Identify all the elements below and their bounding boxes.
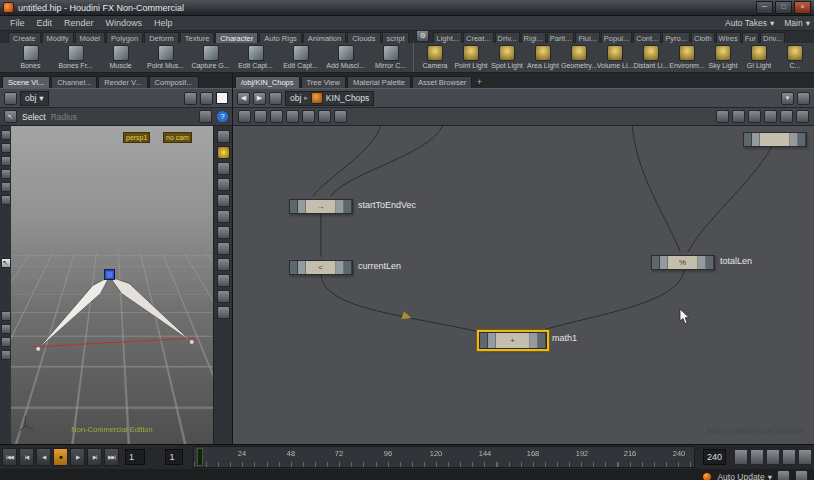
shelf-tab[interactable]: Wires <box>716 32 741 43</box>
menu-item[interactable]: Help <box>148 18 179 28</box>
normals-display-icon[interactable] <box>217 210 230 223</box>
shelf-tool[interactable]: Mirror C... <box>368 43 413 72</box>
playbar-settings-icon[interactable] <box>798 449 812 465</box>
shelf-tool[interactable]: Geometry... <box>561 43 597 72</box>
pin-pane-icon[interactable] <box>797 92 810 105</box>
auto-takes-selector[interactable]: Auto Takes ▾ <box>725 18 774 28</box>
shelf-tool[interactable]: Capture G... <box>188 43 233 72</box>
search-icon[interactable] <box>780 110 793 123</box>
pane-tab[interactable]: Scene Vi... <box>2 76 50 88</box>
shelf-tab[interactable]: Light... <box>433 32 462 43</box>
network-path-tab[interactable]: /obj/KIN_Chops <box>235 76 300 88</box>
scale-tool-icon[interactable] <box>1 169 11 179</box>
chevron-down-icon[interactable]: ▾ <box>781 92 794 105</box>
lighting-toggle-icon[interactable] <box>217 146 230 159</box>
auto-update-selector[interactable]: Auto Update ▾ <box>717 472 772 480</box>
camera-name-badge[interactable]: persp1 <box>123 132 150 143</box>
gizmo-display-icon[interactable] <box>217 274 230 287</box>
frame-display-field[interactable]: 1 <box>165 449 183 465</box>
close-button[interactable]: × <box>794 1 811 14</box>
shelf-tab[interactable]: Pyro... <box>662 32 690 43</box>
shelf-tool[interactable]: Edit Capt... <box>233 43 278 72</box>
layout-nodes-icon[interactable] <box>716 110 729 123</box>
minimize-button[interactable]: ─ <box>756 1 773 14</box>
pane-tab[interactable]: Render V... <box>98 76 147 88</box>
shelf-tool[interactable]: Muscle <box>98 43 143 72</box>
breadcrumb-node[interactable]: KIN_Chops <box>326 93 369 103</box>
shelf-tool[interactable]: Add Muscl... <box>323 43 368 72</box>
transport-button[interactable]: |◀ <box>19 448 34 466</box>
shelf-tab[interactable]: Modify <box>42 32 74 43</box>
handles-tool-icon[interactable] <box>1 195 11 205</box>
shelf-tab[interactable]: script <box>382 32 410 43</box>
shelf-tab[interactable]: Rigi... <box>521 32 546 43</box>
network-boxes-icon[interactable] <box>748 110 761 123</box>
cache-manager-icon[interactable] <box>777 470 790 480</box>
shelf-tab[interactable]: Flui... <box>575 32 599 43</box>
shelf-tab[interactable]: Create <box>8 32 41 43</box>
node-partial[interactable] <box>743 132 807 145</box>
shelf-tab[interactable]: Texture <box>180 32 215 43</box>
snap-options-icon[interactable] <box>1 311 11 321</box>
network-grid-icon[interactable] <box>286 110 299 123</box>
shelf-tab[interactable]: Creat... <box>463 32 494 43</box>
character-icon[interactable] <box>184 92 197 105</box>
pane-tab[interactable]: Composit... <box>149 76 199 88</box>
select-arrow-icon[interactable]: ↖ <box>4 110 17 123</box>
rotate-tool-icon[interactable] <box>1 156 11 166</box>
shelf-tab[interactable]: Polygon <box>106 32 143 43</box>
pane-tab[interactable]: Channel... <box>51 76 97 88</box>
view-layout-icon[interactable] <box>217 130 230 143</box>
view-tool-icon[interactable] <box>1 130 11 140</box>
display-options-icon[interactable] <box>1 337 11 347</box>
network-overview-icon[interactable] <box>318 110 331 123</box>
playhead[interactable] <box>197 448 203 466</box>
shelf-tool[interactable]: Distant Li... <box>633 43 669 72</box>
shelf-tool[interactable]: Point Mus... <box>143 43 188 72</box>
color-swatch[interactable] <box>216 92 228 104</box>
group-display-icon[interactable] <box>217 226 230 239</box>
timeline-ruler[interactable]: 24487296120144168192216240 <box>193 446 695 468</box>
network-snap-icon[interactable] <box>302 110 315 123</box>
realtime-toggle-icon[interactable] <box>782 449 796 465</box>
network-list-icon[interactable] <box>334 110 347 123</box>
transport-button[interactable]: |◀◀ <box>2 448 17 466</box>
end-frame-field[interactable]: 240 <box>703 449 726 465</box>
node-totalLen[interactable]: % totalLen <box>651 255 715 268</box>
shelf-tool[interactable]: Sky Light <box>705 43 741 72</box>
shelf-tool[interactable]: GI Light <box>741 43 777 72</box>
menu-item[interactable]: Windows <box>100 18 149 28</box>
forward-icon[interactable]: ▶ <box>253 92 266 105</box>
shelf-tool[interactable]: Bones Fr... <box>53 43 98 72</box>
shelf-tab[interactable]: Cont... <box>633 32 661 43</box>
shelf-tool[interactable]: Volume Li... <box>597 43 633 72</box>
playback-mode-icon[interactable] <box>766 449 780 465</box>
transport-button[interactable]: ◀ <box>36 448 51 466</box>
no-cam-badge[interactable]: no cam <box>163 132 192 143</box>
animation-options-icon[interactable] <box>750 449 764 465</box>
zoom-icon[interactable] <box>796 110 809 123</box>
shelf-tab[interactable]: Driv... <box>495 32 520 43</box>
camera-options-icon[interactable] <box>1 350 11 360</box>
scene-viewport[interactable]: persp1 no cam Non-Commercial Edition <box>11 126 213 444</box>
menu-item[interactable]: Render <box>58 18 100 28</box>
wireframe-toggle-icon[interactable] <box>217 178 230 191</box>
node-shape-icon[interactable] <box>254 110 267 123</box>
bookmark-icon[interactable] <box>269 92 282 105</box>
pane-tab[interactable]: Material Palette <box>347 76 411 88</box>
transport-button[interactable]: ▶| <box>87 448 102 466</box>
shelf-tab[interactable]: Fur <box>742 32 759 43</box>
network-canvas[interactable]: → startToEndVec < <box>233 126 814 444</box>
transport-button[interactable]: ■ <box>53 448 68 466</box>
add-pane-tab-button[interactable]: + <box>473 76 485 88</box>
select-tool-icon[interactable]: ↖ <box>1 258 11 268</box>
shelf-tab[interactable]: Deform <box>144 32 179 43</box>
maximize-button[interactable]: □ <box>775 1 792 14</box>
shelf-tab[interactable]: Character <box>215 32 258 43</box>
shelf-tab[interactable]: Model <box>75 32 105 43</box>
node-display-flags-icon[interactable] <box>238 110 251 123</box>
shelf-tool[interactable]: C... <box>777 43 813 72</box>
filter-icon[interactable] <box>4 92 17 105</box>
context-selector[interactable]: obj ▾ <box>20 91 49 106</box>
shelf-tab[interactable]: Auto Rigs <box>259 32 302 43</box>
